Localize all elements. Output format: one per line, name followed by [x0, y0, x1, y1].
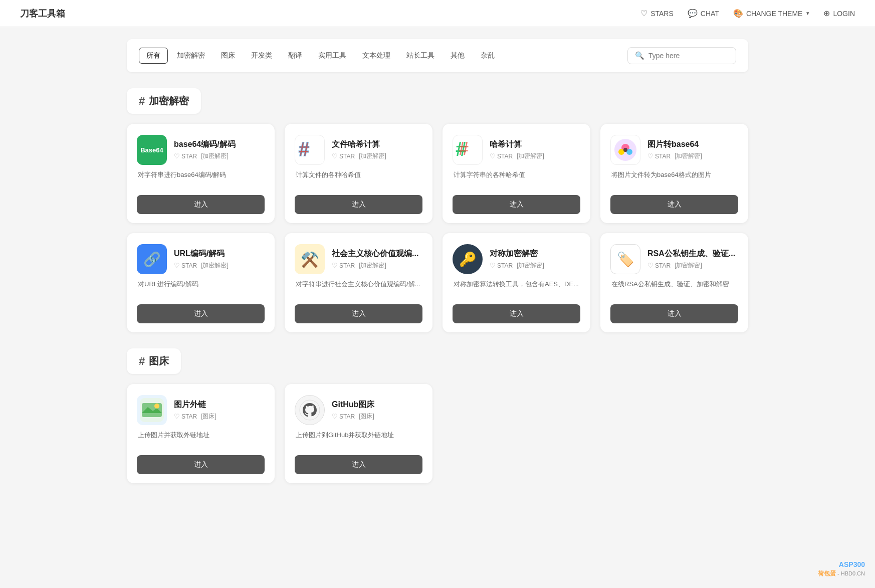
card-file-hash-tag: [加密解密] [359, 152, 386, 160]
rsa-icon: 🏷️ [610, 244, 640, 274]
base64-icon: Base64 [137, 135, 167, 165]
card-hash-enter-button[interactable]: 进入 [453, 195, 580, 214]
card-img-base64-enter-button[interactable]: 进入 [610, 195, 738, 214]
card-github-imgbed-star[interactable]: ♡ STAR [332, 413, 355, 420]
socialist-icon: ⚒️ [295, 244, 325, 274]
card-imgext-header: 图片外链 ♡ STAR [图床] [137, 395, 265, 425]
card-file-hash-enter-button[interactable]: 进入 [295, 195, 422, 214]
nav-theme[interactable]: 🎨 CHANGE THEME ▾ [733, 9, 810, 18]
card-socialist-header: ⚒️ 社会主义核心价值观编... ♡ STAR [加密解密] [295, 244, 422, 274]
filter-tab-other[interactable]: 其他 [444, 48, 472, 63]
search-input[interactable] [648, 52, 729, 60]
file-hash-icon: # # [295, 135, 325, 165]
card-url-encode-enter-button[interactable]: 进入 [137, 304, 265, 323]
imgext-icon [137, 395, 167, 425]
card-file-hash: # # 文件哈希计算 ♡ STAR [加密解密] [285, 124, 432, 223]
card-file-hash-star[interactable]: ♡ STAR [332, 152, 355, 160]
card-url-encode: 🔗 URL编码/解码 ♡ STAR [加密解密] 对URL进行编码/解码 进 [127, 233, 275, 332]
card-file-hash-title: 文件哈希计算 [332, 139, 386, 150]
card-base64-title-group: base64编码/解码 ♡ STAR [加密解密] [174, 139, 236, 160]
card-hash-star[interactable]: ♡ STAR [490, 152, 513, 160]
heart-icon: ♡ [174, 152, 180, 160]
card-url-encode-meta: ♡ STAR [加密解密] [174, 261, 229, 270]
card-rsa-star-label: STAR [655, 262, 671, 269]
hash-icon: # # [453, 135, 483, 165]
card-imgext: 图片外链 ♡ STAR [图床] 上传图片并获取外链地址 进入 [127, 384, 275, 483]
section-imgbed-label: 图床 [149, 354, 169, 368]
card-img-base64-desc: 将图片文件转为base64格式的图片 [610, 170, 738, 188]
card-img-base64-star[interactable]: ♡ STAR [647, 152, 671, 160]
filter-tab-text[interactable]: 文本处理 [355, 48, 397, 63]
login-icon: ⊕ [823, 9, 830, 18]
card-base64-star[interactable]: ♡ STAR [174, 152, 197, 160]
nav-chat-label: CHAT [701, 10, 719, 18]
card-url-encode-title: URL编码/解码 [174, 249, 229, 259]
card-rsa-title: RSA公私钥生成、验证... [647, 249, 735, 259]
card-file-hash-meta: ♡ STAR [加密解密] [332, 152, 386, 160]
card-socialist-desc: 对字符串进行社会主义核心价值观编码/解... [295, 279, 422, 297]
card-sym-crypto-enter-button[interactable]: 进入 [453, 304, 580, 323]
card-sym-crypto-star[interactable]: ♡ STAR [490, 262, 513, 269]
section-crypto-label: 加密解密 [149, 94, 189, 108]
filter-tab-imgbed[interactable]: 图床 [214, 48, 242, 63]
filter-tab-webmaster[interactable]: 站长工具 [399, 48, 442, 63]
card-socialist-title: 社会主义核心价值观编... [332, 249, 418, 259]
card-url-encode-title-group: URL编码/解码 ♡ STAR [加密解密] [174, 249, 229, 270]
main-content: 所有 加密解密 图床 开发类 翻译 实用工具 文本处理 站长工具 其他 杂乱 🔍… [87, 27, 788, 511]
card-imgext-star[interactable]: ♡ STAR [174, 413, 197, 420]
card-hash-tag: [加密解密] [517, 152, 544, 160]
search-box: 🔍 [627, 47, 736, 64]
heart-icon: ♡ [174, 262, 180, 269]
card-github-imgbed-header: GitHub图床 ♡ STAR [图床] [295, 395, 422, 425]
card-rsa-enter-button[interactable]: 进入 [610, 304, 738, 323]
card-rsa-star[interactable]: ♡ STAR [647, 262, 671, 269]
svg-point-8 [623, 148, 627, 152]
card-img-base64-title-group: 图片转base64 ♡ STAR [加密解密] [647, 139, 702, 160]
heart-icon: ♡ [332, 152, 338, 160]
card-imgext-enter-button[interactable]: 进入 [137, 455, 265, 474]
card-hash-desc: 计算字符串的各种哈希值 [453, 170, 580, 188]
card-socialist-enter-button[interactable]: 进入 [295, 304, 422, 323]
header-nav: ♡ STARS 💬 CHAT 🎨 CHANGE THEME ▾ ⊕ LOGIN [640, 9, 855, 18]
card-base64: Base64 base64编码/解码 ♡ STAR [加密解密] 对字符串进行b… [127, 124, 275, 223]
heart-icon: ♡ [174, 413, 180, 420]
card-github-imgbed-enter-button[interactable]: 进入 [295, 455, 422, 474]
card-hash-header: # # 哈希计算 ♡ STAR [加密解密] [453, 135, 580, 165]
nav-stars-label: STARS [650, 10, 674, 18]
sym-crypto-icon: 🔑 [453, 244, 483, 274]
nav-login[interactable]: ⊕ LOGIN [823, 9, 855, 18]
card-img-base64-title: 图片转base64 [647, 139, 702, 150]
card-github-imgbed-tag: [图床] [359, 412, 374, 421]
section-crypto-title: # 加密解密 [127, 88, 201, 114]
card-imgext-title: 图片外链 [174, 400, 216, 410]
nav-stars[interactable]: ♡ STARS [640, 9, 674, 18]
card-socialist-tag: [加密解密] [359, 261, 386, 270]
card-socialist-star[interactable]: ♡ STAR [332, 262, 355, 269]
img-base64-icon [610, 135, 640, 165]
card-rsa-tag: [加密解密] [675, 261, 702, 270]
card-github-imgbed-desc: 上传图片到GitHub并获取外链地址 [295, 430, 422, 448]
card-file-hash-header: # # 文件哈希计算 ♡ STAR [加密解密] [295, 135, 422, 165]
heart-icon: ♡ [490, 262, 496, 269]
card-sym-crypto-meta: ♡ STAR [加密解密] [490, 261, 544, 270]
filter-tab-all[interactable]: 所有 [139, 48, 168, 64]
card-img-base64-star-label: STAR [655, 153, 671, 160]
header: 刀客工具箱 ♡ STARS 💬 CHAT 🎨 CHANGE THEME ▾ ⊕ … [0, 0, 875, 27]
logo: 刀客工具箱 [20, 8, 65, 20]
filter-tab-crypto[interactable]: 加密解密 [170, 48, 212, 63]
filter-tab-tools[interactable]: 实用工具 [311, 48, 353, 63]
card-url-encode-star-label: STAR [181, 262, 197, 269]
card-base64-enter-button[interactable]: 进入 [137, 195, 265, 214]
filter-tab-dev[interactable]: 开发类 [244, 48, 279, 63]
card-base64-tag: [加密解密] [201, 152, 229, 160]
svg-text:#: # [459, 138, 469, 159]
card-imgext-meta: ♡ STAR [图床] [174, 412, 216, 421]
card-socialist-title-group: 社会主义核心价值观编... ♡ STAR [加密解密] [332, 249, 418, 270]
nav-chat[interactable]: 💬 CHAT [688, 9, 719, 18]
card-url-encode-star[interactable]: ♡ STAR [174, 262, 197, 269]
filter-tab-misc[interactable]: 杂乱 [474, 48, 502, 63]
card-socialist-star-label: STAR [339, 262, 355, 269]
filter-tab-translate[interactable]: 翻译 [281, 48, 309, 63]
section-imgbed-title: # 图床 [127, 348, 181, 374]
card-file-hash-desc: 计算文件的各种哈希值 [295, 170, 422, 188]
